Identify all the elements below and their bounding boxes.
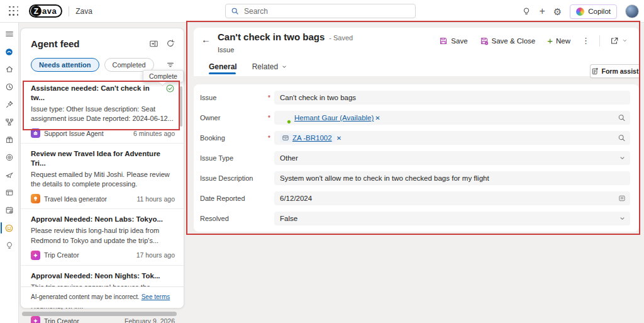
- complete-check-icon[interactable]: [165, 84, 175, 93]
- plus-icon[interactable]: +: [539, 6, 545, 16]
- field-label: Date Reported: [200, 195, 268, 202]
- feed-card-travel-idea[interactable]: Review new Travel Idea for Adventure Tri…: [21, 144, 184, 209]
- form-assist-button[interactable]: Form assist: [590, 64, 639, 78]
- new-plus-icon: +: [547, 36, 553, 45]
- trip-creator-icon: [31, 316, 40, 323]
- zava-logo-text: ava: [42, 6, 57, 16]
- gear-icon[interactable]: ⚙: [553, 7, 562, 16]
- insights-bulb-icon[interactable]: [0, 237, 19, 254]
- resolved-chevron-icon: [619, 215, 626, 222]
- feed-card-neon-labs[interactable]: Approval Needed: Neon Labs: Tokyo... Ple…: [21, 209, 184, 265]
- save-and-close-button[interactable]: Save & Close: [476, 35, 540, 47]
- app-screen: Z ava Zava + ⚙ Copilot: [0, 0, 644, 323]
- card-body: Request emailed by Miti Joshi. Please re…: [31, 170, 175, 189]
- app-icon[interactable]: [0, 43, 19, 60]
- waffle-icon[interactable]: [9, 6, 19, 16]
- home-icon[interactable]: [0, 60, 19, 78]
- zava-logo: Z ava: [29, 4, 62, 18]
- resolved-select[interactable]: False: [274, 212, 630, 225]
- calendar-settings-icon[interactable]: [0, 201, 19, 219]
- filter-needs-attention[interactable]: Needs attention: [31, 58, 99, 72]
- filter-icon[interactable]: [166, 60, 175, 69]
- booking-remove-icon[interactable]: ✕: [336, 135, 341, 142]
- field-value: 6/12/2024: [280, 195, 312, 202]
- agent-feed-panel: Agent feed Needs attention Completed Com…: [20, 28, 184, 309]
- new-label: New: [556, 37, 570, 45]
- field-label: Owner: [200, 114, 268, 122]
- back-arrow-icon[interactable]: ←: [201, 34, 211, 45]
- date-reported-input[interactable]: 6/12/2024: [274, 191, 630, 205]
- new-button[interactable]: + New: [543, 34, 574, 47]
- card-title: Assistance needed: Can't check in tw...: [31, 84, 162, 103]
- tab-general[interactable]: General: [209, 62, 237, 76]
- booking-link[interactable]: ZA -BR1002: [292, 134, 332, 142]
- booking-lookup[interactable]: ZA -BR1002 ✕: [274, 131, 630, 145]
- complete-tooltip: Complete: [143, 70, 184, 82]
- owner-link[interactable]: Hemant Gaur (Available): [294, 114, 374, 122]
- support-issue-agent-icon: [31, 128, 40, 138]
- record-tabs: General Related: [209, 62, 287, 76]
- owner-lookup[interactable]: Hemant Gaur (Available) ✕: [274, 111, 630, 125]
- required-asterisk: *: [268, 135, 274, 142]
- card-time: 11 hours ago: [136, 195, 175, 203]
- issue-type-select[interactable]: Other: [274, 151, 630, 165]
- share-button[interactable]: [606, 35, 631, 47]
- card-title: Approval Needed: Neon Nights: Tok...: [31, 271, 175, 281]
- copilot-smiley-icon[interactable]: [0, 219, 19, 237]
- ai-disclaimer: AI-generated content may be incorrect. S…: [21, 286, 184, 308]
- agent-name: Travel Idea generator: [44, 195, 107, 203]
- refresh-icon[interactable]: [166, 39, 175, 48]
- pages-icon[interactable]: [0, 184, 19, 201]
- package-icon[interactable]: [0, 131, 19, 149]
- save-close-label: Save & Close: [492, 37, 536, 45]
- owner-remove-icon[interactable]: ✕: [375, 115, 380, 122]
- topbar-actions: + ⚙ Copilot: [522, 0, 639, 23]
- hierarchy-icon[interactable]: [0, 113, 19, 131]
- booking-record-icon: [282, 134, 289, 142]
- topbar-divider: [69, 6, 69, 16]
- see-terms-link[interactable]: See terms: [142, 293, 170, 300]
- card-title: Approval Needed: Neon Labs: Tokyo...: [31, 215, 175, 224]
- pinned-icon[interactable]: [0, 96, 19, 113]
- form-assist-label: Form assist: [602, 67, 639, 75]
- agent-name: Support Issue Agent: [44, 130, 104, 137]
- target-icon[interactable]: [0, 149, 19, 166]
- record-header: ← Can't check in two bags - Saved Issue …: [194, 28, 639, 76]
- airplane-icon[interactable]: [0, 166, 19, 184]
- form-assist-icon: [591, 67, 599, 75]
- feed-scrollbar-thumb[interactable]: [180, 86, 182, 127]
- card-time: 6 minutes ago: [133, 130, 175, 137]
- field-row-issue-description: Issue Description System won't allow me …: [194, 168, 639, 188]
- booking-search-icon[interactable]: [618, 134, 626, 142]
- field-label: Issue: [200, 94, 268, 101]
- user-avatar[interactable]: [625, 4, 639, 18]
- more-commands-icon[interactable]: ⋮: [579, 36, 593, 45]
- feed-card-assistance[interactable]: Assistance needed: Can't check in tw... …: [21, 78, 184, 144]
- date-picker-icon[interactable]: [618, 195, 626, 202]
- recent-icon[interactable]: [0, 78, 19, 96]
- search-input[interactable]: [243, 6, 410, 16]
- owner-search-icon[interactable]: [618, 114, 626, 122]
- field-row-issue: Issue * Can't check in two bags: [194, 88, 639, 108]
- issue-input[interactable]: Can't check in two bags: [274, 91, 630, 105]
- agent-feed-header-actions: [149, 39, 175, 48]
- search-box[interactable]: [225, 4, 416, 18]
- card-body: Please review this long-haul trip idea f…: [31, 226, 175, 245]
- required-asterisk: *: [268, 94, 274, 101]
- card-title: Review new Travel Idea for Adventure Tri…: [31, 149, 175, 168]
- save-label: Save: [451, 37, 467, 45]
- command-bar: Save Save & Close + New ⋮: [435, 34, 631, 47]
- open-in-pane-icon[interactable]: [149, 39, 158, 48]
- tab-related[interactable]: Related: [252, 62, 287, 76]
- menu-icon[interactable]: [0, 25, 19, 43]
- field-row-issue-type: Issue Type Other: [194, 148, 639, 168]
- field-value: Can't check in two bags: [280, 94, 356, 101]
- field-row-booking: Booking * ZA -BR1002 ✕: [194, 128, 639, 148]
- agent-name: Trip Creator: [44, 317, 79, 323]
- field-label: Issue Type: [200, 154, 268, 162]
- lightbulb-icon[interactable]: [522, 7, 531, 16]
- issue-description-input[interactable]: System won't allow me to check in two ch…: [274, 171, 630, 185]
- copilot-button[interactable]: Copilot: [570, 4, 617, 19]
- field-value: System won't allow me to check in two ch…: [280, 174, 489, 182]
- save-button[interactable]: Save: [435, 35, 471, 47]
